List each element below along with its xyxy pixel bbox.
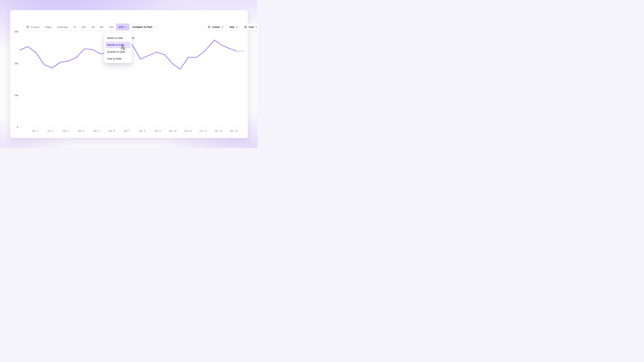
- date-range-preset-group: Custom Today Yesterday 7D 30D 3M 6M 12M …: [24, 23, 130, 30]
- chevron-down-icon: [255, 26, 257, 28]
- chevron-down-icon: [236, 26, 238, 28]
- x-axis-tick-label: Jan 8: [139, 130, 145, 132]
- x-axis-tick-label: Jan 12: [199, 130, 207, 132]
- preset-xtd[interactable]: XTD: [116, 24, 130, 30]
- preset-yesterday[interactable]: Yesterday: [54, 24, 70, 30]
- x-axis-tick-label: Jan 2: [47, 130, 54, 132]
- menu-item-week-to-date[interactable]: Week to Date: [105, 35, 131, 41]
- preset-custom[interactable]: Custom: [24, 24, 42, 30]
- chevron-down-icon: [125, 26, 127, 28]
- preset-label: Custom: [31, 26, 40, 28]
- menu-item-year-to-date[interactable]: Year to Date: [105, 55, 131, 62]
- preset-6m[interactable]: 6M: [97, 24, 106, 30]
- granularity-select-button[interactable]: Day: [228, 23, 240, 30]
- x-axis-tick-label: Jan 5: [93, 130, 100, 132]
- preset-3m[interactable]: 3M: [89, 24, 98, 30]
- chevron-down-icon: [221, 26, 224, 28]
- page-background: 0100200300Jan 1Jan 2Jan 3Jan 4Jan 5Jan 6…: [0, 0, 258, 148]
- line-chart-icon: [244, 25, 247, 28]
- x-axis-tick-label: Jan 11: [184, 130, 192, 132]
- preset-7d[interactable]: 7D: [70, 24, 79, 30]
- menu-item-month-to-date[interactable]: Month to Date: [105, 41, 131, 48]
- y-axis-tick-label: 100: [14, 94, 18, 97]
- x-axis-tick-label: Jan 14: [230, 130, 238, 132]
- y-axis-tick-label: 0: [17, 126, 18, 129]
- y-axis-tick-label: 300: [14, 30, 18, 33]
- chart-card: 0100200300Jan 1Jan 2Jan 3Jan 4Jan 5Jan 6…: [10, 10, 248, 138]
- axis-scale-icon: [208, 25, 211, 28]
- x-axis-tick-label: Jan 9: [154, 130, 160, 132]
- preset-12m[interactable]: 12M: [106, 24, 116, 30]
- x-axis-tick-label: Jan 3: [62, 130, 69, 132]
- xtd-dropdown-menu: Week to Date Month to Date Quarter to Da…: [104, 33, 132, 63]
- chart-type-select-button[interactable]: Line: [242, 23, 258, 30]
- x-axis-tick-label: Jan 13: [214, 130, 222, 132]
- menu-item-quarter-to-date[interactable]: Quarter to Date: [105, 48, 131, 55]
- calendar-icon: [26, 25, 30, 29]
- scale-select-button[interactable]: Linear: [205, 23, 226, 30]
- y-axis-tick-label: 200: [14, 62, 18, 65]
- x-axis-tick-label: Jan 7: [124, 130, 130, 132]
- preset-30d[interactable]: 30D: [79, 24, 89, 30]
- x-axis-tick-label: Jan 6: [108, 130, 115, 132]
- x-axis-tick-label: Jan 1: [32, 130, 38, 132]
- preset-today[interactable]: Today: [42, 24, 54, 30]
- compare-to-past-button[interactable]: Compare to Past: [130, 23, 155, 30]
- x-axis-tick-label: Jan 4: [78, 130, 84, 132]
- x-axis-tick-label: Jan 10: [168, 130, 176, 132]
